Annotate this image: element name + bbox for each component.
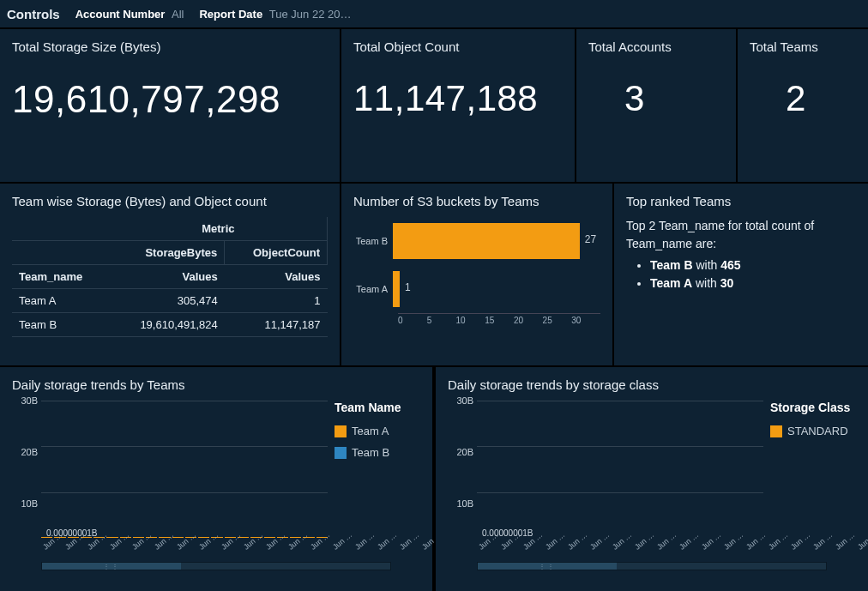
bucket-chart-title: Number of S3 buckets by Teams [353, 194, 600, 208]
legend-swatch-icon [335, 425, 347, 437]
filter-account-label: Account Number [75, 8, 166, 21]
rank-item-1-count: 465 [720, 258, 740, 272]
legend-item-team-b[interactable]: Team B [335, 446, 420, 459]
legend-title-team: Team Name [335, 401, 420, 414]
legend-item-standard[interactable]: STANDARD [770, 425, 856, 437]
kpi-object-count-value: 11,147,188 [353, 78, 563, 119]
team-storage-table-panel: Team wise Storage (Bytes) and Object cou… [0, 184, 340, 365]
filter-account-value: All [172, 8, 184, 21]
kpi-total-accounts-value: 3 [588, 78, 724, 119]
kpi-total-storage-value: 19,610,797,298 [12, 78, 328, 121]
top-ranked-panel: Top ranked Teams Top 2 Team_name for tot… [614, 184, 868, 365]
ts-by-class-legend: Storage Class STANDARD [763, 401, 856, 555]
rank-item-1-name: Team B [650, 258, 693, 272]
ts-by-team-scrollbar[interactable]: ⋮⋮ [41, 562, 391, 570]
ts-by-team-title: Daily storage trends by Teams [12, 377, 420, 392]
rank-item-2-count: 30 [720, 276, 734, 290]
scrollbar-thumb[interactable]: ⋮⋮ [42, 563, 181, 570]
metric-header: Metric [110, 217, 328, 241]
ts-by-team-legend: Team Name Team ATeam B [328, 401, 420, 555]
ts-by-team-panel: Daily storage trends by Teams 30B20B10B0… [0, 367, 432, 591]
rank-item-1: Team B with 465 [650, 256, 856, 274]
kpi-total-storage: Total Storage Size (Bytes) 19,610,797,29… [0, 29, 340, 182]
cell-team-a: Team A [12, 289, 110, 313]
ts-by-class-title: Daily storage trends by storage class [448, 377, 856, 392]
top-ranked-title: Top ranked Teams [626, 194, 856, 208]
legend-swatch-icon [335, 447, 347, 459]
team-storage-table: Metric StorageBytes ObjectCount Team_nam… [12, 217, 328, 337]
controls-title: Controls [7, 7, 60, 21]
filter-account[interactable]: Account Number All [75, 8, 184, 21]
team-storage-table-title: Team wise Storage (Bytes) and Object cou… [12, 194, 328, 208]
legend-item-team-a[interactable]: Team A [335, 425, 420, 437]
table-row[interactable]: Team B 19,610,491,824 11,147,187 [12, 313, 328, 337]
kpi-object-count: Total Object Count 11,147,188 [341, 29, 575, 182]
bucket-bar-team-b[interactable]: Team B27 [353, 217, 600, 265]
top-ranked-text: Top 2 Team_name for total count of Team_… [626, 217, 856, 292]
sub-values-2: Values [225, 265, 328, 289]
ts-by-class-chart[interactable]: 30B20B10B0.00000001BJun …Jun …Jun …Jun …… [448, 401, 763, 555]
filter-date-label: Report Date [199, 8, 262, 21]
controls-bar: Controls Account Number All Report Date … [0, 0, 868, 27]
ts-by-class-panel: Daily storage trends by storage class 30… [436, 367, 868, 591]
cell-team-b-storage: 19,610,491,824 [110, 313, 225, 337]
kpi-total-storage-label: Total Storage Size (Bytes) [12, 39, 328, 54]
legend-title-class: Storage Class [770, 401, 856, 414]
scrollbar-thumb[interactable]: ⋮⋮ [478, 563, 617, 570]
ts-by-class-scrollbar[interactable]: ⋮⋮ [477, 562, 827, 570]
kpi-total-teams-label: Total Teams [750, 39, 856, 54]
bucket-bar-team-a[interactable]: Team A1 [353, 265, 600, 313]
filter-date-value: Tue Jun 22 20… [269, 8, 352, 21]
kpi-total-accounts: Total Accounts 3 [576, 29, 736, 182]
legend-swatch-icon [770, 425, 782, 437]
col-team[interactable]: Team_name [12, 265, 110, 289]
ts-by-team-chart[interactable]: 30B20B10B0.00000001BJun …Jun …Jun …Jun …… [12, 401, 328, 555]
filter-report-date[interactable]: Report Date Tue Jun 22 20… [199, 8, 351, 21]
bucket-chart-panel: Number of S3 buckets by Teams Team B27Te… [341, 184, 612, 365]
kpi-total-teams-value: 2 [750, 78, 856, 119]
cell-team-a-storage: 305,474 [110, 289, 225, 313]
bucket-chart[interactable]: Team B27Team A1051015202530 [353, 217, 600, 346]
kpi-object-count-label: Total Object Count [353, 39, 563, 54]
kpi-total-teams: Total Teams 2 [738, 29, 868, 182]
kpi-total-accounts-label: Total Accounts [588, 39, 724, 54]
cell-team-b-objects: 11,147,187 [225, 313, 328, 337]
col-storage[interactable]: StorageBytes [110, 241, 225, 265]
rank-item-2-name: Team A [650, 276, 692, 290]
table-row[interactable]: Team A 305,474 1 [12, 289, 328, 313]
sub-values-1: Values [110, 265, 225, 289]
cell-team-a-objects: 1 [225, 289, 328, 313]
cell-team-b: Team B [12, 313, 110, 337]
rank-item-2: Team A with 30 [650, 274, 856, 292]
col-objects[interactable]: ObjectCount [225, 241, 328, 265]
top-ranked-lead: Top 2 Team_name for total count of Team_… [626, 217, 856, 253]
